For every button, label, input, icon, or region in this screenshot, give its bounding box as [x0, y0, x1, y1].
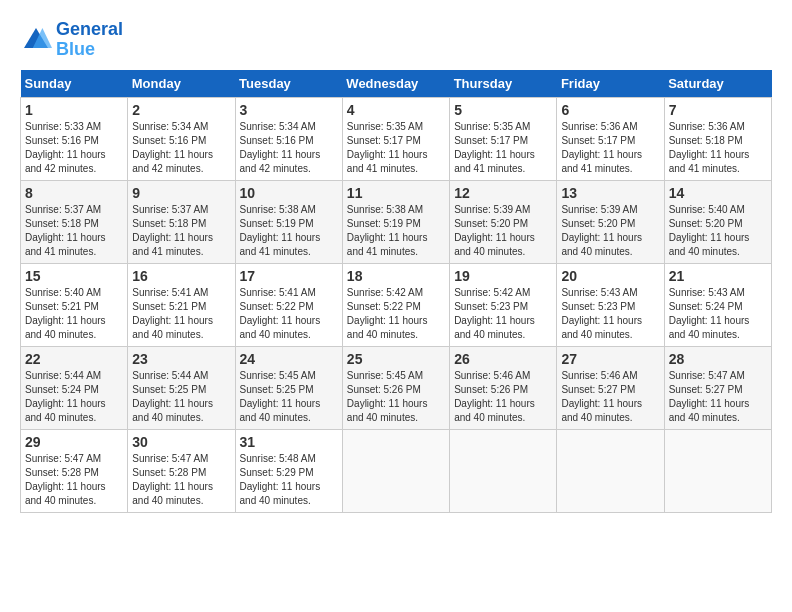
calendar-cell: 8 Sunrise: 5:37 AM Sunset: 5:18 PM Dayli…: [21, 180, 128, 263]
day-number: 19: [454, 268, 552, 284]
weekday-header-wednesday: Wednesday: [342, 70, 449, 98]
page-header: General Blue: [20, 20, 772, 60]
day-number: 11: [347, 185, 445, 201]
day-number: 9: [132, 185, 230, 201]
day-number: 1: [25, 102, 123, 118]
day-number: 29: [25, 434, 123, 450]
calendar-cell: 13 Sunrise: 5:39 AM Sunset: 5:20 PM Dayl…: [557, 180, 664, 263]
weekday-header-friday: Friday: [557, 70, 664, 98]
day-info: Sunrise: 5:46 AM Sunset: 5:26 PM Dayligh…: [454, 369, 552, 425]
calendar-cell: 16 Sunrise: 5:41 AM Sunset: 5:21 PM Dayl…: [128, 263, 235, 346]
day-info: Sunrise: 5:48 AM Sunset: 5:29 PM Dayligh…: [240, 452, 338, 508]
day-number: 17: [240, 268, 338, 284]
calendar-cell: 12 Sunrise: 5:39 AM Sunset: 5:20 PM Dayl…: [450, 180, 557, 263]
calendar-week-2: 8 Sunrise: 5:37 AM Sunset: 5:18 PM Dayli…: [21, 180, 772, 263]
day-info: Sunrise: 5:38 AM Sunset: 5:19 PM Dayligh…: [347, 203, 445, 259]
calendar-cell: 22 Sunrise: 5:44 AM Sunset: 5:24 PM Dayl…: [21, 346, 128, 429]
calendar-cell: [450, 429, 557, 512]
calendar-cell: [557, 429, 664, 512]
logo: General Blue: [20, 20, 123, 60]
day-info: Sunrise: 5:38 AM Sunset: 5:19 PM Dayligh…: [240, 203, 338, 259]
day-info: Sunrise: 5:34 AM Sunset: 5:16 PM Dayligh…: [132, 120, 230, 176]
day-info: Sunrise: 5:40 AM Sunset: 5:21 PM Dayligh…: [25, 286, 123, 342]
logo-text: General Blue: [56, 20, 123, 60]
day-info: Sunrise: 5:44 AM Sunset: 5:25 PM Dayligh…: [132, 369, 230, 425]
day-number: 30: [132, 434, 230, 450]
calendar-cell: 1 Sunrise: 5:33 AM Sunset: 5:16 PM Dayli…: [21, 97, 128, 180]
day-number: 4: [347, 102, 445, 118]
day-info: Sunrise: 5:35 AM Sunset: 5:17 PM Dayligh…: [454, 120, 552, 176]
day-number: 26: [454, 351, 552, 367]
calendar-cell: 24 Sunrise: 5:45 AM Sunset: 5:25 PM Dayl…: [235, 346, 342, 429]
day-info: Sunrise: 5:47 AM Sunset: 5:28 PM Dayligh…: [132, 452, 230, 508]
day-number: 8: [25, 185, 123, 201]
day-number: 5: [454, 102, 552, 118]
weekday-header-sunday: Sunday: [21, 70, 128, 98]
day-info: Sunrise: 5:36 AM Sunset: 5:17 PM Dayligh…: [561, 120, 659, 176]
calendar-cell: 18 Sunrise: 5:42 AM Sunset: 5:22 PM Dayl…: [342, 263, 449, 346]
day-info: Sunrise: 5:33 AM Sunset: 5:16 PM Dayligh…: [25, 120, 123, 176]
day-info: Sunrise: 5:41 AM Sunset: 5:21 PM Dayligh…: [132, 286, 230, 342]
day-number: 23: [132, 351, 230, 367]
calendar-cell: 19 Sunrise: 5:42 AM Sunset: 5:23 PM Dayl…: [450, 263, 557, 346]
day-info: Sunrise: 5:46 AM Sunset: 5:27 PM Dayligh…: [561, 369, 659, 425]
day-number: 21: [669, 268, 767, 284]
day-info: Sunrise: 5:34 AM Sunset: 5:16 PM Dayligh…: [240, 120, 338, 176]
calendar-cell: 14 Sunrise: 5:40 AM Sunset: 5:20 PM Dayl…: [664, 180, 771, 263]
day-number: 2: [132, 102, 230, 118]
calendar-cell: 10 Sunrise: 5:38 AM Sunset: 5:19 PM Dayl…: [235, 180, 342, 263]
day-number: 20: [561, 268, 659, 284]
day-info: Sunrise: 5:35 AM Sunset: 5:17 PM Dayligh…: [347, 120, 445, 176]
calendar-cell: 4 Sunrise: 5:35 AM Sunset: 5:17 PM Dayli…: [342, 97, 449, 180]
calendar-cell: 28 Sunrise: 5:47 AM Sunset: 5:27 PM Dayl…: [664, 346, 771, 429]
calendar-cell: 26 Sunrise: 5:46 AM Sunset: 5:26 PM Dayl…: [450, 346, 557, 429]
weekday-header-tuesday: Tuesday: [235, 70, 342, 98]
calendar-cell: 17 Sunrise: 5:41 AM Sunset: 5:22 PM Dayl…: [235, 263, 342, 346]
day-info: Sunrise: 5:41 AM Sunset: 5:22 PM Dayligh…: [240, 286, 338, 342]
calendar-cell: 7 Sunrise: 5:36 AM Sunset: 5:18 PM Dayli…: [664, 97, 771, 180]
calendar-cell: 30 Sunrise: 5:47 AM Sunset: 5:28 PM Dayl…: [128, 429, 235, 512]
day-info: Sunrise: 5:37 AM Sunset: 5:18 PM Dayligh…: [132, 203, 230, 259]
day-info: Sunrise: 5:39 AM Sunset: 5:20 PM Dayligh…: [454, 203, 552, 259]
calendar-week-3: 15 Sunrise: 5:40 AM Sunset: 5:21 PM Dayl…: [21, 263, 772, 346]
calendar-cell: 2 Sunrise: 5:34 AM Sunset: 5:16 PM Dayli…: [128, 97, 235, 180]
day-number: 16: [132, 268, 230, 284]
calendar-week-4: 22 Sunrise: 5:44 AM Sunset: 5:24 PM Dayl…: [21, 346, 772, 429]
day-info: Sunrise: 5:43 AM Sunset: 5:24 PM Dayligh…: [669, 286, 767, 342]
calendar-cell: 27 Sunrise: 5:46 AM Sunset: 5:27 PM Dayl…: [557, 346, 664, 429]
calendar-cell: 5 Sunrise: 5:35 AM Sunset: 5:17 PM Dayli…: [450, 97, 557, 180]
day-info: Sunrise: 5:47 AM Sunset: 5:28 PM Dayligh…: [25, 452, 123, 508]
calendar-cell: 11 Sunrise: 5:38 AM Sunset: 5:19 PM Dayl…: [342, 180, 449, 263]
day-info: Sunrise: 5:45 AM Sunset: 5:25 PM Dayligh…: [240, 369, 338, 425]
calendar-cell: 20 Sunrise: 5:43 AM Sunset: 5:23 PM Dayl…: [557, 263, 664, 346]
day-number: 14: [669, 185, 767, 201]
calendar-cell: [664, 429, 771, 512]
day-number: 10: [240, 185, 338, 201]
day-number: 25: [347, 351, 445, 367]
day-info: Sunrise: 5:40 AM Sunset: 5:20 PM Dayligh…: [669, 203, 767, 259]
calendar-cell: 15 Sunrise: 5:40 AM Sunset: 5:21 PM Dayl…: [21, 263, 128, 346]
day-number: 31: [240, 434, 338, 450]
day-info: Sunrise: 5:42 AM Sunset: 5:23 PM Dayligh…: [454, 286, 552, 342]
day-info: Sunrise: 5:44 AM Sunset: 5:24 PM Dayligh…: [25, 369, 123, 425]
day-info: Sunrise: 5:42 AM Sunset: 5:22 PM Dayligh…: [347, 286, 445, 342]
day-number: 24: [240, 351, 338, 367]
weekday-header-saturday: Saturday: [664, 70, 771, 98]
day-number: 28: [669, 351, 767, 367]
day-number: 12: [454, 185, 552, 201]
calendar-cell: 3 Sunrise: 5:34 AM Sunset: 5:16 PM Dayli…: [235, 97, 342, 180]
calendar-cell: 31 Sunrise: 5:48 AM Sunset: 5:29 PM Dayl…: [235, 429, 342, 512]
weekday-header-thursday: Thursday: [450, 70, 557, 98]
calendar-week-1: 1 Sunrise: 5:33 AM Sunset: 5:16 PM Dayli…: [21, 97, 772, 180]
day-info: Sunrise: 5:43 AM Sunset: 5:23 PM Dayligh…: [561, 286, 659, 342]
weekday-header-row: SundayMondayTuesdayWednesdayThursdayFrid…: [21, 70, 772, 98]
calendar-week-5: 29 Sunrise: 5:47 AM Sunset: 5:28 PM Dayl…: [21, 429, 772, 512]
day-number: 13: [561, 185, 659, 201]
day-info: Sunrise: 5:45 AM Sunset: 5:26 PM Dayligh…: [347, 369, 445, 425]
day-info: Sunrise: 5:47 AM Sunset: 5:27 PM Dayligh…: [669, 369, 767, 425]
day-info: Sunrise: 5:37 AM Sunset: 5:18 PM Dayligh…: [25, 203, 123, 259]
day-number: 7: [669, 102, 767, 118]
day-number: 18: [347, 268, 445, 284]
calendar-cell: 6 Sunrise: 5:36 AM Sunset: 5:17 PM Dayli…: [557, 97, 664, 180]
day-info: Sunrise: 5:36 AM Sunset: 5:18 PM Dayligh…: [669, 120, 767, 176]
